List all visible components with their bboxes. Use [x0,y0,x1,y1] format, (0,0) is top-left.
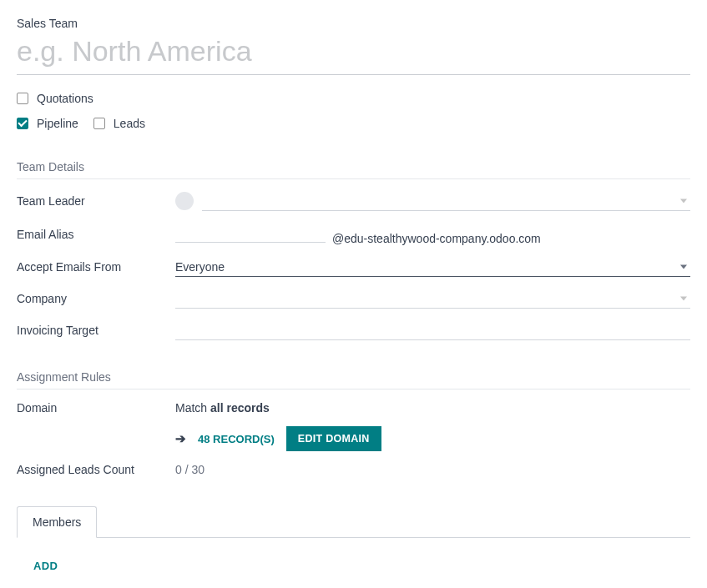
assignment-rules-section: Assignment Rules [17,370,690,389]
records-link[interactable]: 48 RECORD(S) [198,433,275,445]
invoicing-target-input[interactable] [175,320,690,340]
sales-team-label: Sales Team [17,17,690,30]
sales-team-name-input[interactable] [17,32,690,75]
assigned-leads-label: Assigned Leads Count [17,463,175,476]
accept-emails-label: Accept Emails From [17,260,175,274]
arrow-right-icon: ➔ [175,431,186,446]
team-details-section: Team Details [17,160,690,179]
edit-domain-button[interactable]: EDIT DOMAIN [286,426,381,451]
leads-label: Leads [114,117,145,130]
domain-label: Domain [17,401,175,415]
assigned-leads-value: 0 / 30 [175,463,205,476]
team-leader-select[interactable] [202,191,690,211]
email-alias-domain: @edu-stealthywood-company.odoo.com [332,232,541,245]
accept-emails-select[interactable]: Everyone [175,257,690,277]
tab-members[interactable]: Members [17,506,97,538]
chevron-down-icon [680,264,687,269]
email-alias-input[interactable] [175,223,326,243]
email-alias-label: Email Alias [17,228,175,241]
tabs-row: Members [17,506,690,538]
avatar-icon [175,192,194,210]
domain-match-text: Match all records [175,401,270,415]
quotations-label: Quotations [37,92,93,105]
invoicing-target-label: Invoicing Target [17,324,175,337]
company-label: Company [17,292,175,305]
chevron-down-icon [680,199,687,203]
leads-checkbox[interactable] [93,118,105,129]
team-leader-label: Team Leader [17,194,175,208]
company-select[interactable] [175,289,690,309]
accept-emails-value: Everyone [175,260,225,274]
chevron-down-icon [680,296,687,300]
pipeline-label: Pipeline [37,117,78,130]
add-button[interactable]: ADD [33,560,58,572]
pipeline-checkbox[interactable] [17,118,28,129]
quotations-checkbox[interactable] [17,93,28,104]
